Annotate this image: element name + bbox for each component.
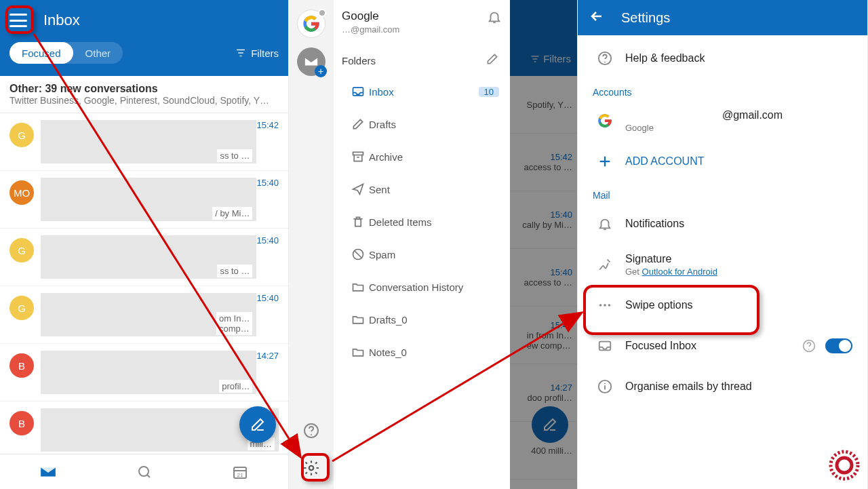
other-summary-subtitle: Twitter Business, Google, Pinterest, Sou…	[9, 95, 279, 106]
email-row[interactable]: G ss to … 15:40	[0, 229, 288, 286]
settings-swipe[interactable]: Swipe options	[578, 285, 867, 326]
svg-point-23	[599, 304, 602, 307]
folder-label: Conversation History	[369, 281, 463, 293]
email-time: 15:42	[256, 120, 279, 130]
inbox-peek: Filters Spotify, Y…15:42access to …15:40…	[510, 0, 578, 489]
folder-inbox[interactable]: Inbox10	[342, 75, 510, 108]
inbox-appbar: Inbox Focused Other Filters	[0, 0, 288, 76]
back-button[interactable]	[589, 8, 605, 27]
account-avatar-google[interactable]	[297, 9, 326, 38]
folders-header: Folders	[342, 55, 376, 66]
svg-line-15	[355, 251, 361, 258]
settings-notifications[interactable]: Notifications	[578, 203, 867, 244]
mail-icon	[39, 463, 57, 481]
settings-button[interactable]	[302, 459, 320, 480]
account-rail: +	[289, 0, 334, 489]
inbox-screen: Inbox Focused Other Filters Other: 39 ne…	[0, 0, 289, 489]
email-row[interactable]: G ss to … 15:42	[0, 113, 288, 171]
compose-fab[interactable]	[239, 406, 276, 443]
folder-notes-0[interactable]: Notes_0	[342, 336, 510, 368]
email-preview: / by Mi…	[41, 178, 256, 221]
calendar-icon: 21	[232, 464, 248, 480]
svg-point-9	[311, 434, 312, 435]
settings-account-google[interactable]: @gmail.com Google	[578, 100, 867, 141]
bottom-nav: 21	[0, 454, 288, 489]
settings-title: Settings	[621, 10, 670, 26]
svg-point-34	[831, 452, 858, 479]
folder-list: Inbox10DraftsArchiveSentDeleted ItemsSpa…	[342, 75, 510, 368]
email-list: G ss to … 15:42MO / by Mi… 15:40G ss to …	[0, 113, 288, 459]
folder-drafts-0[interactable]: Drafts_0	[342, 303, 510, 336]
search-icon	[136, 464, 153, 480]
focused-toggle[interactable]	[825, 338, 852, 353]
folder-icon	[347, 215, 369, 229]
pencil-icon	[486, 52, 499, 66]
drawer-account-name: Google	[342, 9, 399, 23]
folder-archive[interactable]: Archive	[342, 140, 510, 173]
notifications-bell[interactable]	[487, 9, 502, 27]
account-email: @gmail.com	[652, 109, 852, 121]
folder-icon	[347, 280, 369, 294]
folder-icon	[347, 345, 369, 359]
email-preview: ss to …	[41, 120, 256, 163]
folder-badge: 10	[479, 87, 499, 97]
avatar: B	[9, 353, 34, 378]
settings-help[interactable]: Help & feedback	[578, 38, 867, 79]
email-row[interactable]: MO / by Mi… 15:40	[0, 171, 288, 229]
add-mail-account[interactable]: +	[297, 47, 326, 76]
signature-subtitle: Get Outlook for Android	[625, 267, 852, 277]
settings-appbar: Settings	[578, 0, 867, 35]
svg-point-3	[139, 467, 149, 476]
filters-button[interactable]: Filters	[235, 47, 279, 59]
nav-search[interactable]	[96, 454, 193, 489]
folder-drafts[interactable]: Drafts	[342, 108, 510, 140]
avatar: G	[9, 123, 34, 147]
status-dot	[318, 9, 326, 17]
settings-focused-inbox[interactable]: Focused Inbox	[578, 326, 867, 366]
svg-point-25	[608, 304, 611, 307]
bell-icon	[487, 9, 502, 24]
folder-icon	[347, 150, 369, 163]
folder-label: Notes_0	[369, 347, 407, 358]
email-row[interactable]: G om In…comp… 15:40	[0, 286, 288, 344]
svg-point-28	[808, 349, 810, 350]
help-button[interactable]	[303, 423, 319, 442]
tab-other[interactable]: Other	[73, 42, 123, 64]
avatar: G	[9, 296, 34, 320]
avatar: G	[9, 238, 34, 262]
google-logo-icon	[302, 15, 320, 33]
folder-icon	[347, 248, 369, 261]
other-summary-row[interactable]: Other: 39 new conversations Twitter Busi…	[0, 76, 288, 113]
back-arrow-icon	[589, 8, 605, 24]
email-preview: om In…comp…	[41, 293, 256, 336]
settings-signature[interactable]: Signature Get Outlook for Android	[578, 244, 867, 285]
tab-focused[interactable]: Focused	[9, 42, 73, 64]
folder-label: Drafts	[369, 119, 396, 130]
plus-icon	[597, 154, 612, 169]
nav-calendar[interactable]: 21	[192, 454, 288, 489]
folder-icon	[347, 117, 369, 131]
gear-icon	[302, 459, 320, 477]
edit-folders-button[interactable]	[486, 52, 499, 69]
email-time: 14:27	[256, 351, 279, 361]
folder-icon	[347, 182, 369, 196]
nav-mail[interactable]	[0, 454, 96, 489]
svg-point-31	[604, 383, 606, 385]
folder-spam[interactable]: Spam	[342, 238, 510, 271]
settings-add-account[interactable]: ADD ACCOUNT	[578, 141, 867, 182]
folder-deleted-items[interactable]: Deleted Items	[342, 206, 510, 238]
folder-sent[interactable]: Sent	[342, 173, 510, 206]
help-icon	[303, 423, 319, 439]
menu-icon[interactable]	[9, 14, 27, 27]
settings-screen: Settings Help & feedback Accounts @gmail…	[578, 0, 868, 489]
google-logo-icon	[597, 113, 612, 128]
email-preview: profil…	[41, 351, 256, 394]
help-icon[interactable]	[802, 339, 816, 353]
settings-organise-thread[interactable]: Organise emails by thread	[578, 366, 867, 407]
email-row[interactable]: B profil… 14:27	[0, 344, 288, 402]
signature-icon	[597, 257, 612, 272]
filter-icon	[235, 47, 247, 59]
folder-conversation-history[interactable]: Conversation History	[342, 271, 510, 303]
section-mail: Mail	[578, 182, 867, 203]
folder-label: Archive	[369, 151, 403, 163]
